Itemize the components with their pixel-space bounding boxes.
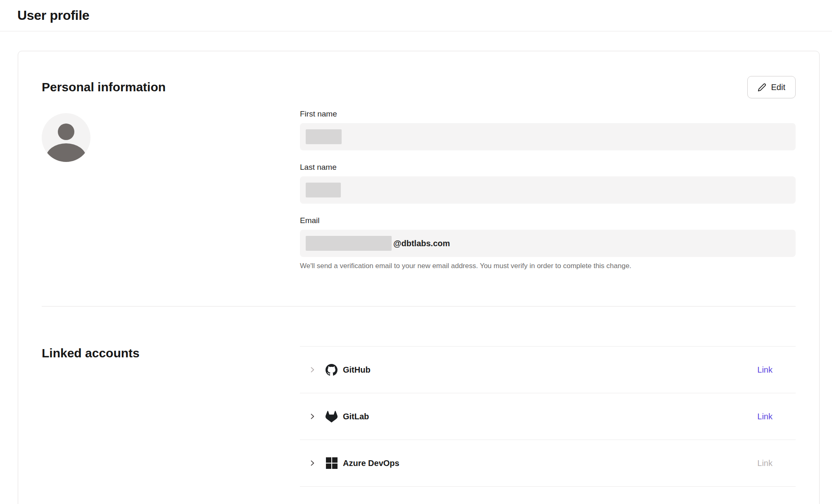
- edit-button[interactable]: Edit: [747, 76, 796, 98]
- user-profile-card: Personal information Edit First name: [18, 51, 820, 504]
- first-name-field-group: First name: [300, 109, 796, 150]
- email-label: Email: [300, 216, 796, 226]
- email-domain-suffix: @dbtlabs.com: [393, 239, 450, 248]
- last-name-input: [300, 176, 796, 204]
- linked-account-row-azure-devops: Azure DevOps Link: [300, 440, 796, 487]
- first-name-input: [300, 123, 796, 150]
- chevron-right-icon[interactable]: [308, 459, 316, 467]
- first-name-label: First name: [300, 109, 796, 119]
- azure-devops-link-action: Link: [757, 459, 773, 468]
- linked-accounts-section: Linked accounts GitHub Link: [42, 345, 796, 487]
- linked-account-row-github: GitHub Link: [300, 347, 796, 393]
- gitlab-link-action[interactable]: Link: [757, 412, 773, 421]
- github-icon: [326, 364, 338, 376]
- edit-button-label: Edit: [771, 83, 785, 92]
- gitlab-icon: [326, 411, 338, 423]
- redacted-email-value: [306, 236, 392, 251]
- section-divider: [42, 306, 796, 307]
- azure-devops-icon: [326, 457, 338, 469]
- chevron-right-icon[interactable]: [308, 412, 316, 421]
- email-field-group: Email @dbtlabs.com We'll send a verifica…: [300, 216, 796, 271]
- github-link-action[interactable]: Link: [757, 365, 773, 375]
- redacted-first-name-value: [306, 129, 342, 144]
- personal-information-heading: Personal information: [42, 79, 166, 95]
- page-header: User profile: [0, 0, 832, 31]
- chevron-right-icon[interactable]: [308, 366, 316, 374]
- account-name: Azure DevOps: [343, 459, 399, 468]
- account-name: GitLab: [343, 412, 369, 421]
- linked-accounts-heading: Linked accounts: [42, 345, 300, 361]
- email-input: @dbtlabs.com: [300, 230, 796, 257]
- account-name: GitHub: [343, 365, 371, 375]
- pencil-icon: [758, 83, 766, 92]
- personal-information-header: Personal information Edit: [42, 76, 796, 98]
- linked-accounts-list: GitHub Link GitLab Link: [300, 346, 796, 487]
- last-name-label: Last name: [300, 162, 796, 172]
- linked-account-row-gitlab: GitLab Link: [300, 393, 796, 440]
- email-helper-text: We'll send a verification email to your …: [300, 262, 796, 271]
- avatar: [42, 113, 90, 162]
- page-title: User profile: [17, 8, 89, 23]
- personal-information-body: First name Last name Email @dbtlabs.com …: [42, 109, 796, 271]
- person-icon: [58, 124, 74, 140]
- redacted-last-name-value: [306, 183, 341, 197]
- last-name-field-group: Last name: [300, 162, 796, 204]
